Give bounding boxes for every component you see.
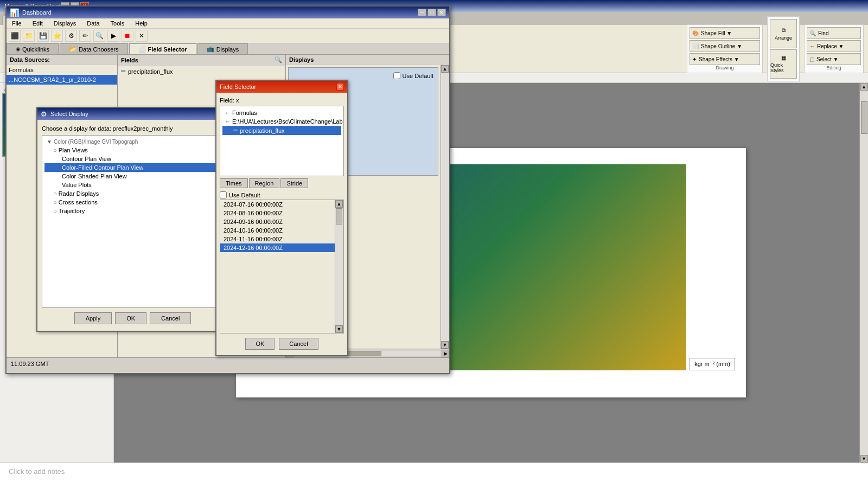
tab-data-choosers[interactable]: 📂 Data Choosers xyxy=(60,43,127,54)
tree-item-value-plots[interactable]: Value Plots xyxy=(44,181,221,189)
menu-tools[interactable]: Tools xyxy=(105,18,130,28)
datasource-ncccsm[interactable]: ...NCCCSM_SRA2_1_pr_2010-2 xyxy=(7,75,117,85)
select-display-content: Choose a display for data: precflux2prec… xyxy=(37,120,228,331)
idv-minimize-btn[interactable]: ─ xyxy=(418,9,426,16)
tree-item-color-filled[interactable]: Color-Filled Contour Plan View xyxy=(44,163,221,172)
vscroll-thumb[interactable] xyxy=(861,101,867,134)
select-display-titlebar: ⚙ Select Display ✕ xyxy=(37,108,228,120)
field-pencil-icon: ✏ xyxy=(121,68,126,75)
ok-button[interactable]: OK xyxy=(115,312,146,324)
toolbar-btn-5[interactable]: ⚙ xyxy=(65,30,77,42)
toolbar-btn-7[interactable]: 🔍 xyxy=(93,30,105,42)
menu-help[interactable]: Help xyxy=(130,18,153,28)
shape-effects-btn[interactable]: ✦ Shape Effects ▼ xyxy=(690,53,760,65)
fs-scroll-thumb[interactable] xyxy=(336,208,342,224)
fs-titlebar: Field Selector ✕ xyxy=(216,81,347,93)
tree-item-radar[interactable]: ○ Radar Displays xyxy=(44,189,221,198)
tab-displays[interactable]: 📺 Displays xyxy=(197,43,248,54)
arrange-btn[interactable]: ⧉ Arrange xyxy=(770,19,797,48)
idv-close-btn[interactable]: ✕ xyxy=(437,9,446,16)
fs-time-jul[interactable]: 2024-07-16 00:00:00Z xyxy=(220,200,335,209)
tab-field-selector[interactable]: ⬜ Field Selector xyxy=(129,43,196,54)
arrange-icon: ⧉ xyxy=(782,27,786,34)
disp-scroll-down[interactable]: ▼ xyxy=(441,341,449,349)
idv-title: Dashboard xyxy=(22,9,52,16)
menu-data[interactable]: Data xyxy=(81,18,105,28)
cancel-button[interactable]: Cancel xyxy=(150,312,191,324)
tree-item-plan-views[interactable]: ○ Plan Views xyxy=(44,146,221,155)
fs-scroll-down[interactable]: ▼ xyxy=(335,325,343,333)
use-default-checkbox[interactable] xyxy=(393,72,400,79)
expand-icon-rgb: ▼ xyxy=(47,139,52,145)
toolbar-btn-9[interactable]: ✕ xyxy=(136,30,148,42)
fs-tab-times[interactable]: Times xyxy=(220,178,248,188)
vscroll-down-btn[interactable]: ▼ xyxy=(860,455,868,463)
toolbar-btn-4[interactable]: ⭐ xyxy=(51,30,63,42)
fs-tab-stride[interactable]: Stride xyxy=(280,178,308,188)
fs-time-sep[interactable]: 2024-09-16 00:00:00Z xyxy=(220,217,335,226)
toolbar-btn-stop[interactable]: ⏹ xyxy=(122,30,133,42)
menu-displays[interactable]: Displays xyxy=(48,18,82,28)
shape-outline-btn[interactable]: ⬜ Shape Outline ▼ xyxy=(690,40,760,52)
menu-file[interactable]: File xyxy=(7,18,27,28)
quicklinks-icon: ◈ xyxy=(16,46,20,53)
expand-icon-radar: ○ xyxy=(53,190,57,197)
fs-ok-btn[interactable]: OK xyxy=(245,338,275,350)
fs-scroll-track[interactable] xyxy=(335,208,343,325)
fs-time-aug[interactable]: 2024-08-16 00:00:00Z xyxy=(220,209,335,217)
fs-scroll-up[interactable]: ▲ xyxy=(335,200,343,208)
tree-item-color-shaded[interactable]: Color-Shaded Plan View xyxy=(44,172,221,181)
canvas-vscroll[interactable]: ▲ ▼ xyxy=(859,83,868,463)
ppt-notes-area[interactable]: Click to add notes xyxy=(0,463,868,488)
fs-field-label: Field: x xyxy=(220,96,344,106)
find-btn[interactable]: 🔍 Find xyxy=(807,27,861,39)
fs-tree-hua-path[interactable]: ← E:\HUA\Lectures\Bsc\ClimateChange\Lab xyxy=(222,117,341,126)
fs-close-btn[interactable]: ✕ xyxy=(336,83,344,91)
fs-cancel-btn[interactable]: Cancel xyxy=(279,338,318,350)
replace-btn[interactable]: ↔ Replace ▼ xyxy=(807,40,861,52)
hscroll-right[interactable]: ▶ xyxy=(442,350,449,357)
fs-time-dec[interactable]: 2024-12-16 00:00:00Z xyxy=(220,243,335,252)
displays-title: Displays xyxy=(289,56,314,63)
shape-fill-btn[interactable]: 🎨 Shape Fill ▼ xyxy=(690,27,760,39)
fs-tree-precip-flux[interactable]: ✏ precipitation_flux xyxy=(222,126,341,135)
toolbar-btn-2[interactable]: 📁 xyxy=(23,30,35,42)
select-display-title: Select Display xyxy=(50,111,88,117)
disp-scroll-up[interactable]: ▲ xyxy=(441,65,449,73)
field-precipitation-flux[interactable]: ✏ precipitation_flux xyxy=(118,66,285,77)
fields-search-icon[interactable]: 🔍 xyxy=(275,56,282,63)
data-choosers-icon: 📂 xyxy=(69,46,76,53)
tree-item-trajectory[interactable]: ○ Trajectory xyxy=(44,207,221,215)
data-sources-title: Data Sources: xyxy=(7,55,117,65)
select-btn[interactable]: ⬚ Select ▼ xyxy=(807,53,861,65)
fs-times-vscroll[interactable]: ▲ ▼ xyxy=(335,200,343,333)
datasource-formulas[interactable]: Formulas xyxy=(7,65,117,75)
find-icon: 🔍 xyxy=(809,30,816,36)
tree-item-contour[interactable]: Contour Plan View xyxy=(44,155,221,163)
tab-quicklinks[interactable]: ◈ Quicklinks xyxy=(7,43,59,54)
fs-tab-region[interactable]: Region xyxy=(249,178,280,188)
toolbar-btn-8[interactable]: ▶ xyxy=(107,30,119,42)
disp-scroll-track[interactable] xyxy=(441,73,449,341)
idv-maximize-btn[interactable]: □ xyxy=(427,9,436,16)
toolbar-btn-6[interactable]: ✏ xyxy=(79,30,91,42)
vscroll-up-btn[interactable]: ▲ xyxy=(860,83,868,91)
fs-time-nov[interactable]: 2024-11-16 00:00:00Z xyxy=(220,235,335,243)
idv-window-controls: ─ □ ✕ xyxy=(418,9,446,16)
toolbar-btn-3[interactable]: 💾 xyxy=(37,30,49,42)
vscroll-track[interactable] xyxy=(860,91,868,455)
toolbar-btn-1[interactable]: ⬛ xyxy=(9,30,21,42)
expand-icon-plan: ○ xyxy=(53,147,57,153)
select-icon: ⬚ xyxy=(809,56,814,62)
fs-time-oct[interactable]: 2024-10-16 00:00:00Z xyxy=(220,226,335,235)
menu-edit[interactable]: Edit xyxy=(27,18,48,28)
displays-vscroll[interactable]: ▲ ▼ xyxy=(441,65,449,349)
quick-styles-btn[interactable]: ▦ Quick Styles xyxy=(770,49,797,79)
fs-tree-formulas[interactable]: ← Formulas xyxy=(222,108,341,117)
apply-button[interactable]: Apply xyxy=(74,312,112,324)
tree-item-cross[interactable]: ○ Cross sections xyxy=(44,198,221,207)
expand-icon-trajectory: ○ xyxy=(53,208,57,214)
fs-use-default-checkbox[interactable] xyxy=(220,191,227,198)
tree-item-rgb[interactable]: ▼ Color (RGB)/Image GVI Topograph xyxy=(44,138,221,146)
idv-menubar: File Edit Displays Data Tools Help xyxy=(7,18,449,29)
